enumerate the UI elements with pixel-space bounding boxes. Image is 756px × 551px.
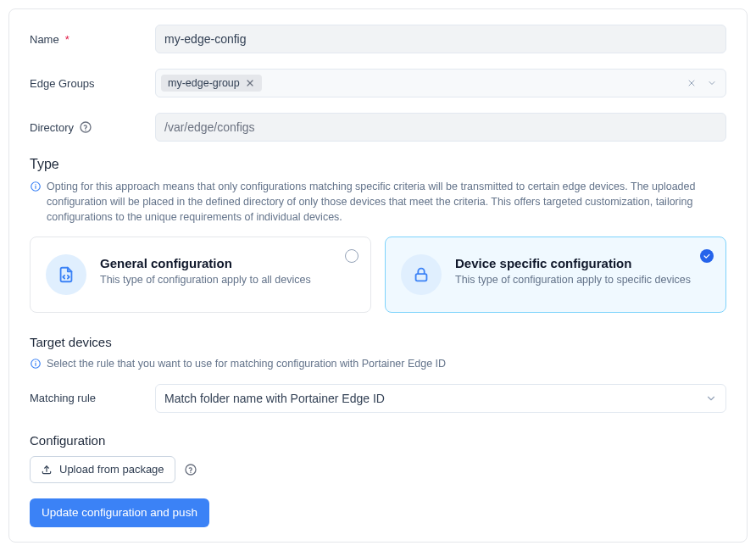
tag-remove-icon[interactable] [245,78,255,88]
upload-icon [41,464,53,476]
upload-button-label: Upload from package [59,463,164,476]
type-info: Opting for this approach means that only… [30,179,726,225]
name-input[interactable] [155,25,726,53]
clear-all-button[interactable] [681,73,702,93]
label-directory-text: Directory [30,121,74,134]
submit-label: Update configuration and push [42,506,197,519]
file-code-icon [57,265,75,284]
close-icon [687,77,697,89]
section-title-target: Target devices [30,335,726,349]
card-icon-wrap [401,254,442,295]
target-info: Select the rule that you want to use for… [30,356,726,371]
card-general-title: General configuration [100,256,355,270]
row-edge-groups: Edge Groups my-edge-group [30,69,726,97]
update-and-push-button[interactable]: Update configuration and push [30,498,209,527]
label-directory: Directory [30,120,155,134]
card-general-desc: This type of configuration apply to all … [100,274,355,286]
dropdown-toggle-button[interactable] [702,73,722,93]
lock-icon [412,265,431,284]
chevron-down-icon [707,77,717,89]
card-device-specific-configuration[interactable]: Device specific configuration This type … [385,237,726,313]
svg-point-14 [186,465,196,475]
section-title-configuration: Configuration [30,433,726,448]
label-matching-rule: Matching rule [30,392,155,404]
card-device-desc: This type of configuration apply to spec… [455,274,710,286]
edge-group-tag: my-edge-group [161,75,262,92]
label-edge-groups: Edge Groups [30,77,155,90]
help-icon[interactable] [79,120,92,134]
type-cards: General configuration This type of confi… [30,237,726,313]
help-icon[interactable] [184,463,197,476]
edge-config-form: Name* Edge Groups my-edge-group [8,8,748,543]
label-name-text: Name [30,33,59,46]
upload-from-package-button[interactable]: Upload from package [30,456,175,483]
row-name: Name* [30,25,726,53]
label-name: Name* [30,33,155,46]
radio-general[interactable] [345,249,359,263]
matching-rule-select[interactable]: Match folder name with Portainer Edge ID [155,384,726,413]
directory-input[interactable] [155,113,726,142]
check-icon [703,252,711,260]
info-icon [30,358,42,370]
radio-device[interactable] [700,249,714,263]
card-device-title: Device specific configuration [455,256,710,270]
upload-row: Upload from package [30,456,726,483]
required-asterisk: * [65,33,69,46]
svg-point-4 [81,122,91,132]
matching-rule-selected: Match folder name with Portainer Edge ID [164,392,385,405]
section-title-type: Type [30,157,726,172]
svg-rect-9 [416,274,427,281]
card-icon-wrap [46,254,86,295]
row-matching-rule: Matching rule Match folder name with Por… [30,384,726,413]
chevron-down-icon [705,392,717,404]
type-info-text: Opting for this approach means that only… [47,179,726,225]
card-general-configuration[interactable]: General configuration This type of confi… [30,237,371,313]
target-info-text: Select the rule that you want to use for… [47,356,446,371]
edge-group-tag-label: my-edge-group [168,77,240,89]
info-icon [30,181,42,192]
edge-groups-multiselect[interactable]: my-edge-group [155,69,726,97]
row-directory: Directory [30,113,726,142]
